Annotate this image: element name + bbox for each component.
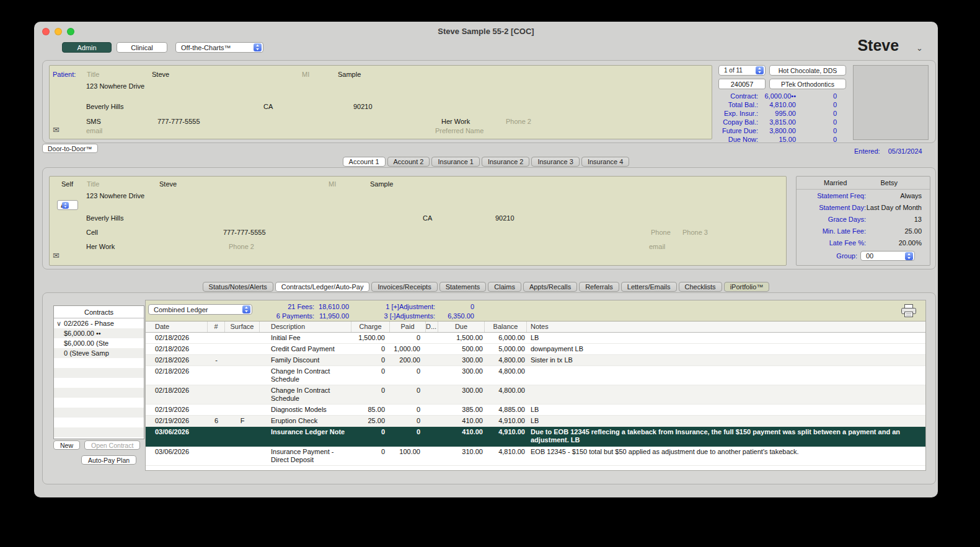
patient-mi-field[interactable]: MI xyxy=(302,71,309,78)
open-contract-button[interactable]: Open Contract xyxy=(84,440,140,450)
ledger-row-selected[interactable]: 03/06/2026 Insurance Ledger Note 00 410.… xyxy=(146,427,925,447)
ledger-row[interactable]: 03/06/2026 Insurance Payment - Direct De… xyxy=(146,447,925,466)
tab-appts-recalls[interactable]: Appts/Recalls xyxy=(523,282,577,292)
zoom-window-button[interactable] xyxy=(67,28,74,35)
module-select[interactable]: Off-the-Charts™ xyxy=(175,42,263,53)
envelope-icon[interactable]: ✉ xyxy=(53,125,60,134)
tab-insurance-1[interactable]: Insurance 1 xyxy=(431,157,479,167)
tab-insurance-3[interactable]: Insurance 3 xyxy=(531,157,579,167)
account-city-field[interactable]: Beverly Hills xyxy=(86,214,124,222)
minimize-window-button[interactable] xyxy=(55,28,62,35)
account-cell-label[interactable]: Cell xyxy=(86,229,98,236)
account-last-name[interactable]: Sample xyxy=(370,180,393,188)
col-date[interactable]: Date xyxy=(146,322,208,332)
billing-value[interactable]: 20.00% xyxy=(866,239,930,247)
record-pager-select[interactable]: 1 of 11 xyxy=(718,65,766,76)
tab-checklists[interactable]: Checklists xyxy=(679,282,722,292)
col-due[interactable]: Due xyxy=(438,322,485,332)
ledger-row[interactable]: 02/19/2026 Diagnostic Models 85.000 385.… xyxy=(146,405,925,416)
tab-statements[interactable]: Statements xyxy=(439,282,487,292)
contract-tree-item[interactable]: $6,000.00 •• xyxy=(54,328,144,338)
new-contract-button[interactable]: New xyxy=(53,440,80,450)
contract-tree-item[interactable]: ∨02/2026 - Phase xyxy=(54,318,144,328)
account-phone3-field[interactable]: Phone 3 xyxy=(682,229,708,236)
patient-zip-field[interactable]: 90210 xyxy=(353,103,373,110)
account-work-label[interactable]: Her Work xyxy=(86,243,115,250)
account-mi-field[interactable]: MI xyxy=(329,180,336,188)
contract-tree-item[interactable]: $6,000.00 (Ste xyxy=(54,338,144,348)
doctor-button[interactable]: Hot Chocolate, DDS xyxy=(769,65,846,76)
account-first-name[interactable]: Steve xyxy=(159,180,177,188)
patient-phone-type[interactable]: SMS xyxy=(86,118,101,125)
account-type-select[interactable]: Δ xyxy=(57,200,78,210)
patient-phone-field[interactable]: 777-777-5555 xyxy=(157,118,200,125)
account-cell-field[interactable]: 777-777-5555 xyxy=(223,229,266,236)
account-zip-field[interactable]: 90210 xyxy=(495,214,514,222)
disclosure-triangle-icon[interactable]: ∨ xyxy=(56,320,61,327)
tab-referrals[interactable]: Referrals xyxy=(579,282,619,292)
tab-insurance-4[interactable]: Insurance 4 xyxy=(581,157,629,167)
tab-account-1[interactable]: Account 1 xyxy=(343,157,386,167)
patient-phone2-field[interactable]: Phone 2 xyxy=(506,118,531,125)
practice-button[interactable]: PTek Orthodontics xyxy=(769,79,846,89)
ledger-row[interactable]: 02/19/20266 FEruption Check 25.000 410.0… xyxy=(146,416,925,427)
envelope-icon[interactable]: ✉ xyxy=(53,251,60,260)
tab-account-2[interactable]: Account 2 xyxy=(387,157,430,167)
clinical-button[interactable]: Clinical xyxy=(117,42,167,53)
col-d[interactable]: D... xyxy=(426,322,438,332)
spouse-name[interactable]: Betsy xyxy=(880,179,898,186)
col-charge[interactable]: Charge xyxy=(351,322,390,332)
patient-street-field[interactable]: 123 Nowhere Drive xyxy=(86,82,144,90)
account-phone2-field[interactable]: Phone 2 xyxy=(229,243,254,250)
ledger-view-value: Combined Ledger xyxy=(154,306,208,313)
tab-insurance-2[interactable]: Insurance 2 xyxy=(482,157,529,167)
col-surface[interactable]: Surface xyxy=(225,322,260,332)
ledger-row[interactable]: 02/18/2026 Change In Contract Schedule 0… xyxy=(146,366,925,385)
toolbar: Admin Clinical Off-the-Charts™ Steve ⌄ xyxy=(34,40,938,59)
tab-letters-emails[interactable]: Letters/Emails xyxy=(621,282,677,292)
account-street-field[interactable]: 123 Nowhere Drive xyxy=(86,192,144,199)
col-num[interactable]: # xyxy=(208,322,225,332)
ledger-row[interactable]: 02/18/2026- Family Discount 0200.00 300.… xyxy=(146,355,925,366)
door-to-door-button[interactable]: Door-to-Door™ xyxy=(42,144,98,153)
tab-contracts-ledger-auto-pay[interactable]: Contracts/Ledger/Auto-Pay xyxy=(275,282,370,292)
billing-value[interactable]: 13 xyxy=(866,216,930,223)
group-select[interactable]: 00 xyxy=(860,251,915,261)
account-state-field[interactable]: CA xyxy=(423,214,432,222)
current-user[interactable]: Steve ⌄ xyxy=(857,37,923,55)
col-balance[interactable]: Balance xyxy=(485,322,527,332)
col-notes[interactable]: Notes xyxy=(527,322,925,332)
patient-email-field[interactable]: email xyxy=(86,127,102,134)
ledger-row[interactable]: 02/18/2026 Initial Fee 1,500.000 1,500.0… xyxy=(146,333,925,344)
patient-title-field[interactable]: Title xyxy=(87,71,99,78)
col-paid[interactable]: Paid xyxy=(390,322,426,332)
patient-state-field[interactable]: CA xyxy=(263,103,273,110)
patient-work-label[interactable]: Her Work xyxy=(441,118,470,125)
admin-button[interactable]: Admin xyxy=(62,42,112,53)
ledger-row[interactable]: 02/18/2026 Credit Card Payment 01,000.00… xyxy=(146,344,925,355)
contract-tree-item[interactable]: 0 (Steve Samp xyxy=(54,348,144,358)
patient-last-name[interactable]: Sample xyxy=(338,71,361,78)
chart-number-field[interactable]: 240057 xyxy=(718,79,766,89)
tab-iportfolio[interactable]: iPortfolio™ xyxy=(724,282,770,292)
tab-invoices-receipts[interactable]: Invoices/Receipts xyxy=(371,282,437,292)
billing-value[interactable]: 25.00 xyxy=(866,227,930,235)
account-title-field[interactable]: Title xyxy=(87,180,99,188)
patient-city-field[interactable]: Beverly Hills xyxy=(86,103,124,110)
ledger-view-select[interactable]: Combined Ledger xyxy=(148,304,252,315)
account-email-field[interactable]: email xyxy=(649,243,665,250)
ledger-row[interactable]: 02/18/2026 Change In Contract Schedule 0… xyxy=(146,385,925,405)
billing-value[interactable]: Last Day of Month xyxy=(866,204,930,211)
auto-pay-plan-button[interactable]: Auto-Pay Plan xyxy=(81,455,136,465)
patient-preferred-name-field[interactable]: Preferred Name xyxy=(435,127,483,134)
col-description[interactable]: Description xyxy=(260,322,351,332)
tab-status-notes-alerts[interactable]: Status/Notes/Alerts xyxy=(203,282,273,292)
close-window-button[interactable] xyxy=(42,28,50,35)
marital-status[interactable]: Married xyxy=(824,179,847,186)
tab-claims[interactable]: Claims xyxy=(488,282,521,292)
account-phone-field[interactable]: Phone xyxy=(651,229,671,236)
print-button[interactable] xyxy=(899,303,918,319)
billing-value[interactable]: Always xyxy=(866,192,930,199)
account-panel: Self Title Steve MI Sample 123 Nowhere D… xyxy=(49,176,787,266)
patient-first-name[interactable]: Steve xyxy=(152,71,169,78)
